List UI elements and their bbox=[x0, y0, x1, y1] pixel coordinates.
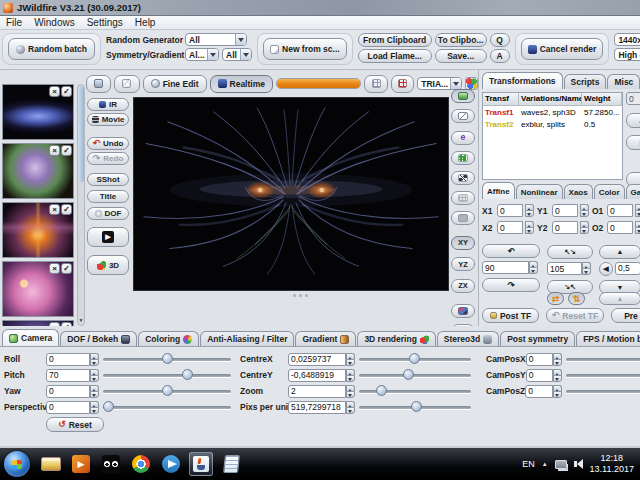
rotate-ccw-button[interactable]: ↶ bbox=[482, 244, 540, 258]
notepad-taskbar-icon[interactable] bbox=[219, 452, 243, 476]
explorer-taskbar-icon[interactable] bbox=[39, 452, 63, 476]
enlarge-button[interactable]: ↖↘ bbox=[547, 245, 593, 259]
o1-field[interactable]: 0 bbox=[607, 204, 633, 217]
select-checkbox[interactable]: ✓ bbox=[61, 86, 72, 97]
yaw-spinner[interactable] bbox=[90, 385, 99, 398]
camposx-spinner[interactable] bbox=[553, 353, 562, 366]
close-icon[interactable]: × bbox=[49, 204, 60, 215]
grid-points-button[interactable] bbox=[451, 151, 475, 165]
close-icon[interactable]: × bbox=[49, 263, 60, 274]
ir-button[interactable]: IR bbox=[87, 98, 129, 111]
o1-spinner[interactable] bbox=[635, 204, 640, 217]
x2-field[interactable]: 0 bbox=[497, 221, 523, 234]
language-indicator[interactable]: EN bbox=[522, 459, 535, 469]
select-checkbox[interactable]: ✓ bbox=[61, 145, 72, 156]
camposz-spinner[interactable] bbox=[553, 385, 562, 398]
flame-thumbnail[interactable]: ×✓ bbox=[2, 143, 74, 199]
tab-gradient[interactable]: Gradient bbox=[295, 331, 356, 346]
roll-field[interactable]: 0 bbox=[46, 353, 90, 366]
thumbnail-scrollbar[interactable]: ▼ bbox=[77, 84, 85, 326]
tab-misc[interactable]: Misc bbox=[607, 74, 640, 89]
y2-field[interactable]: 0 bbox=[552, 221, 578, 234]
chevron-down-icon[interactable] bbox=[240, 49, 251, 60]
save-button[interactable]: Save... bbox=[435, 49, 487, 63]
tab-gamma[interactable]: Gamma bbox=[626, 184, 640, 199]
zoom-spinner[interactable] bbox=[346, 385, 355, 398]
o2-field[interactable]: 0 bbox=[607, 221, 633, 234]
render-flame-button[interactable]: ▶ bbox=[87, 227, 129, 247]
pre-tf-button[interactable]: Pre bbox=[611, 308, 640, 323]
select-checkbox[interactable]: ✓ bbox=[61, 263, 72, 274]
table-row[interactable]: Transf1 waves2, sph3D 57.2850... bbox=[483, 106, 622, 118]
flip-button[interactable]: ▲ bbox=[599, 292, 640, 305]
redo-button[interactable]: ↷ Redo bbox=[87, 152, 129, 165]
start-button[interactable] bbox=[4, 451, 30, 477]
pitch-slider[interactable] bbox=[103, 368, 231, 382]
weight-field[interactable]: 0 bbox=[626, 92, 640, 105]
add-transform-button[interactable]: Ad bbox=[626, 113, 640, 128]
splitter-handle[interactable] bbox=[285, 294, 315, 297]
edit-points-button[interactable]: e bbox=[451, 131, 475, 145]
mesh-grid-button[interactable] bbox=[451, 191, 475, 205]
media-player-taskbar-icon[interactable]: ▶ bbox=[69, 452, 93, 476]
flame-preview-canvas[interactable] bbox=[133, 97, 449, 291]
menu-file[interactable]: File bbox=[6, 17, 22, 28]
chevron-down-icon[interactable] bbox=[207, 49, 218, 60]
load-flame-button[interactable]: Load Flame... bbox=[358, 49, 432, 63]
y1-field[interactable]: 0 bbox=[552, 204, 578, 217]
snapshot-button[interactable]: SShot bbox=[87, 173, 129, 186]
volume-icon[interactable] bbox=[574, 459, 583, 469]
camposy-spinner[interactable] bbox=[553, 369, 562, 382]
rotate-step-spinner[interactable] bbox=[529, 261, 538, 274]
title-button[interactable]: Title bbox=[87, 190, 129, 203]
taskbar-clock[interactable]: 12:18 13.11.2017 bbox=[590, 453, 634, 475]
java-app-taskbar-icon[interactable] bbox=[189, 452, 213, 476]
move-step-field[interactable]: 0,5 bbox=[615, 262, 640, 275]
x2-spinner[interactable] bbox=[525, 221, 534, 234]
menu-help[interactable]: Help bbox=[135, 17, 156, 28]
move-up-button[interactable]: ▲ bbox=[599, 245, 640, 259]
y2-spinner[interactable] bbox=[580, 221, 589, 234]
fine-edit-button[interactable]: Fine Edit bbox=[143, 75, 207, 93]
close-icon[interactable]: × bbox=[49, 86, 60, 97]
axis-zx-button[interactable]: ZX bbox=[451, 279, 475, 293]
scroll-down-icon[interactable]: ▼ bbox=[78, 316, 84, 325]
tab-antialiasing-filter[interactable]: Anti-Aliasing / Filter bbox=[200, 331, 294, 346]
tab-xaos[interactable]: Xaos bbox=[564, 184, 593, 199]
centrex-slider[interactable] bbox=[359, 352, 471, 366]
tab-post-symmetry[interactable]: Post symmetry bbox=[500, 331, 575, 346]
flame-thumbnail[interactable]: ×✓ bbox=[2, 84, 74, 140]
append-button[interactable]: A bbox=[490, 49, 510, 63]
curve-edit-button[interactable] bbox=[451, 109, 475, 123]
rotate-cw-button[interactable]: ↷ bbox=[482, 278, 540, 292]
menu-windows[interactable]: Windows bbox=[34, 17, 75, 28]
reset-tf-button[interactable]: ↶ Reset TF bbox=[546, 308, 604, 323]
scale-step-spinner[interactable] bbox=[582, 262, 591, 275]
tab-fps-motion-blur[interactable]: FPS / Motion blur bbox=[576, 331, 640, 346]
o2-spinner[interactable] bbox=[635, 221, 640, 234]
x1-field[interactable]: 0 bbox=[497, 204, 523, 217]
grid-toggle-button[interactable] bbox=[364, 75, 387, 93]
tab-3d-rendering[interactable]: 3D rendering bbox=[357, 331, 435, 346]
duplicate-transform-button[interactable]: Du bbox=[626, 135, 640, 150]
scrollbar-thumb[interactable] bbox=[78, 86, 84, 182]
telegram-taskbar-icon[interactable] bbox=[159, 452, 183, 476]
network-icon[interactable] bbox=[555, 460, 567, 469]
close-icon[interactable]: × bbox=[49, 145, 60, 156]
centrex-field[interactable]: 0,0259737 bbox=[288, 353, 346, 366]
flame-thumbnail[interactable]: ×✓ bbox=[2, 261, 74, 317]
undo-button[interactable]: ↶ Undo bbox=[87, 137, 129, 150]
camposx-slider[interactable] bbox=[566, 352, 640, 366]
yaw-slider[interactable] bbox=[103, 384, 231, 398]
tab-transformations[interactable]: Transformations bbox=[482, 72, 563, 89]
tab-affine[interactable]: Affine bbox=[482, 182, 515, 199]
monitor-view-button[interactable] bbox=[451, 89, 475, 103]
cancel-render-button[interactable]: Cancel render bbox=[521, 38, 604, 60]
chevron-down-icon[interactable] bbox=[235, 34, 246, 45]
pixs-per-unit-spinner[interactable] bbox=[346, 401, 355, 414]
flame-thumbnail[interactable]: ×✓ bbox=[2, 202, 74, 258]
eyes-app-taskbar-icon[interactable] bbox=[99, 452, 123, 476]
quick-save-button[interactable]: Q bbox=[490, 33, 510, 47]
tray-expand-icon[interactable]: ▲ bbox=[542, 461, 548, 467]
solid-view-button[interactable] bbox=[451, 211, 475, 225]
